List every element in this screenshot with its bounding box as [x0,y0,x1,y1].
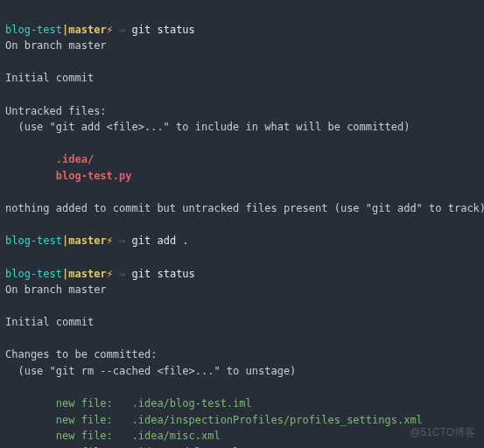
output-initial-commit: Initial commit [5,314,479,331]
untracked-file: .idea/ [5,151,479,168]
lightning-icon: ⚡ [107,268,113,280]
lightning-icon: ⚡ [107,24,113,36]
output-initial-commit: Initial commit [5,70,479,87]
terminal[interactable]: blog-test|master⚡ ⇒ git status On branch… [5,5,479,448]
arrow-icon: ⇒ [113,24,132,36]
new-file-line: new file: .idea/blog-test.iml [5,396,479,412]
pwd: blog-test [5,268,62,280]
output-on-branch: On branch master [5,38,479,54]
lightning-icon: ⚡ [107,234,113,247]
changes-header: Changes to be committed: [5,346,479,363]
untracked-file: blog-test.py [5,168,479,185]
branch: master [68,234,106,247]
new-file-line: new file: .idea/misc.xml [5,428,479,444]
untracked-header: Untracked files: [5,103,479,120]
command-text: git add . [132,234,189,247]
pwd: blog-test [5,234,62,247]
output-on-branch: On branch master [5,282,479,298]
command-text: git status [132,268,195,280]
arrow-icon: ⇒ [113,234,132,247]
new-file-line: new file: .idea/modules.xml [5,444,479,448]
prompt-line-3: blog-test|master⚡ ⇒ git status [5,249,479,282]
new-file-line: new file: .idea/inspectionProfiles/profi… [5,412,479,429]
prompt-line-2: blog-test|master⚡ ⇒ git add . [5,217,479,249]
prompt-line-1: blog-test|master⚡ ⇒ git status [5,5,479,38]
branch: master [68,24,106,36]
command-text: git status [132,24,195,36]
untracked-hint: (use "git add <file>..." to include in w… [5,119,479,136]
unstage-hint: (use "git rm --cached <file>..." to unst… [5,363,479,380]
arrow-icon: ⇒ [113,268,132,280]
pwd: blog-test [5,24,62,36]
branch: master [68,268,106,280]
nothing-added: nothing added to commit but untracked fi… [5,200,479,217]
